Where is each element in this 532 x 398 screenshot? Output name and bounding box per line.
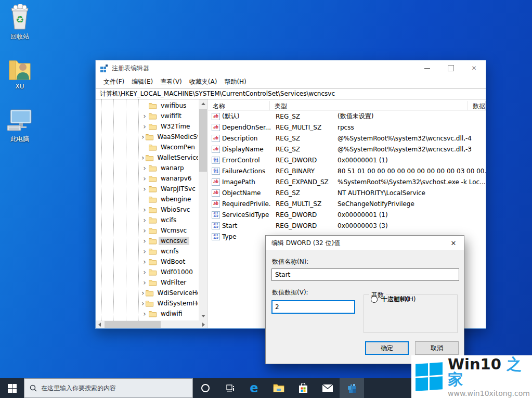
regedit-titlebar[interactable]: 注册表编辑器 <box>96 60 486 76</box>
mail-button[interactable] <box>315 378 340 398</box>
registry-value-row[interactable]: DependOnSer... REG_MULTI_SZ rpcss <box>208 122 486 133</box>
scrollbar-thumb[interactable] <box>105 321 161 328</box>
registry-value-row[interactable]: Start REG_DWORD 0x00000003 (3) <box>208 220 486 231</box>
tree-item[interactable]: vwifibus <box>96 100 198 111</box>
chevron-right-icon[interactable] <box>141 269 148 275</box>
edge-button[interactable]: e <box>242 378 266 398</box>
tree-item[interactable]: WbioSrvc <box>96 204 198 215</box>
tree-item[interactable]: WaaSMedicSvc <box>96 132 198 142</box>
chevron-right-icon[interactable] <box>141 259 148 265</box>
chevron-right-icon[interactable] <box>141 134 145 140</box>
tree-item[interactable]: wcncsvc <box>96 236 198 246</box>
registry-value-row[interactable]: FailureActions REG_BINARY 80 51 01 00 00… <box>208 165 486 176</box>
chevron-right-icon[interactable] <box>141 165 148 171</box>
store-button[interactable] <box>291 378 315 398</box>
tree-item[interactable]: wdiwifi <box>96 309 198 319</box>
file-explorer-button[interactable] <box>266 378 291 398</box>
menu-item[interactable]: 收藏夹(A) <box>186 76 221 88</box>
chevron-right-icon[interactable] <box>141 113 148 119</box>
tree-item[interactable]: W32Time <box>96 121 198 132</box>
menu-item[interactable]: 文件(F) <box>100 76 128 88</box>
value-name: ServiceSidType <box>222 211 269 219</box>
registry-value-row[interactable]: ObjectName REG_SZ NT AUTHORITY\LocalServ… <box>208 187 486 198</box>
tree-item[interactable]: WdFilter <box>96 277 198 288</box>
menu-item[interactable]: 编辑(E) <box>128 76 157 88</box>
tree-item[interactable]: vwififlt <box>96 111 198 121</box>
tree-item[interactable]: Wdf01000 <box>96 267 198 277</box>
chevron-right-icon[interactable] <box>141 290 145 296</box>
tree-item-label: wcncsvc <box>159 237 189 245</box>
scroll-down-icon[interactable] <box>199 312 207 320</box>
tree-item[interactable]: WdBoot <box>96 256 198 267</box>
desktop-icon-user-folder[interactable]: XU <box>0 55 40 90</box>
cortana-button[interactable] <box>193 378 217 398</box>
tree-vertical-scrollbar[interactable] <box>199 99 207 320</box>
chevron-right-icon[interactable] <box>141 155 145 161</box>
cancel-button[interactable]: 取消 <box>415 341 459 355</box>
menu-item[interactable]: 查看(V) <box>157 76 186 88</box>
maximize-button[interactable] <box>439 60 462 76</box>
tree-item[interactable]: wanarpv6 <box>96 173 198 184</box>
chevron-right-icon[interactable] <box>141 217 148 223</box>
scrollbar-thumb[interactable] <box>199 109 207 172</box>
registry-value-row[interactable]: RequiredPrivile... REG_MULTI_SZ SeChange… <box>208 198 486 209</box>
chevron-right-icon[interactable] <box>141 123 148 130</box>
folder-icon <box>149 165 157 172</box>
tree-item[interactable]: WacomPen <box>96 142 198 152</box>
value-type: REG_SZ <box>271 135 333 142</box>
chevron-right-icon[interactable] <box>141 279 148 286</box>
tree-item[interactable]: WdiSystemHost <box>96 298 198 309</box>
regedit-taskbar-button[interactable] <box>340 378 364 398</box>
ok-button[interactable]: 确定 <box>365 341 409 355</box>
tree-item[interactable]: wcifs <box>96 215 198 225</box>
chevron-right-icon[interactable] <box>141 227 148 234</box>
column-header[interactable]: 名称 <box>208 101 270 110</box>
scroll-left-icon[interactable] <box>96 320 103 328</box>
column-header[interactable]: 类型 <box>270 101 468 110</box>
tree-item[interactable]: WalletService <box>96 152 198 163</box>
task-view-icon <box>225 384 235 392</box>
chevron-right-icon[interactable] <box>141 248 148 254</box>
folder-icon <box>149 248 157 255</box>
chevron-right-icon[interactable] <box>141 175 148 182</box>
tree-item[interactable]: WarpJITSvc <box>96 184 198 194</box>
value-data-field[interactable] <box>271 300 355 314</box>
chevron-right-icon[interactable] <box>141 300 145 306</box>
registry-value-row[interactable]: (默认) REG_SZ (数值未设置) <box>208 111 486 122</box>
dialog-close-icon[interactable] <box>443 236 464 250</box>
chevron-right-icon[interactable] <box>141 238 148 244</box>
radio-option[interactable]: 十进制(D) <box>371 295 410 304</box>
registry-value-row[interactable]: ImagePath REG_EXPAND_SZ %SystemRoot%\Sys… <box>208 176 486 187</box>
address-bar[interactable]: 计算机\HKEY_LOCAL_MACHINE\SYSTEM\CurrentCon… <box>96 88 486 99</box>
tree-item[interactable]: wanarp <box>96 163 198 173</box>
start-button[interactable] <box>0 378 24 398</box>
close-button[interactable] <box>462 60 486 76</box>
chevron-right-icon[interactable] <box>141 207 148 213</box>
menu-item[interactable]: 帮助(H) <box>220 76 250 88</box>
desktop-icon-recycle-bin[interactable]: ♻ 回收站 <box>0 4 40 41</box>
column-header[interactable]: 数据 <box>468 101 486 110</box>
tree-item[interactable]: Wcmsvc <box>96 225 198 236</box>
scroll-right-icon[interactable] <box>200 320 207 328</box>
registry-value-row[interactable]: ServiceSidType REG_DWORD 0x00000001 (1) <box>208 209 486 220</box>
chevron-right-icon[interactable] <box>141 311 148 317</box>
value-data: NT AUTHORITY\LocalService <box>333 189 486 197</box>
taskbar-search[interactable] <box>24 378 193 398</box>
tree-horizontal-scrollbar[interactable] <box>96 320 207 328</box>
radio-icon[interactable] <box>371 296 378 303</box>
value-name-field[interactable] <box>271 268 459 281</box>
tree-item[interactable]: wbengine <box>96 194 198 204</box>
search-input[interactable] <box>41 384 176 392</box>
minimize-button[interactable] <box>416 60 439 76</box>
tree-item[interactable]: wcnfs <box>96 246 198 256</box>
registry-value-row[interactable]: DisplayName REG_SZ @%SystemRoot%\system3… <box>208 144 486 155</box>
dialog-titlebar[interactable]: 编辑 DWORD (32 位)值 <box>266 236 464 250</box>
value-data: 0x00000001 (1) <box>333 157 486 164</box>
task-view-button[interactable] <box>217 378 242 398</box>
desktop-icon-this-pc[interactable]: 此电脑 <box>0 107 40 144</box>
registry-value-row[interactable]: Description REG_SZ @%SystemRoot%\system3… <box>208 133 486 144</box>
registry-value-row[interactable]: ErrorControl REG_DWORD 0x00000001 (1) <box>208 155 486 165</box>
tree-item[interactable]: WdiServiceHost <box>96 288 198 298</box>
chevron-right-icon[interactable] <box>141 186 148 192</box>
scroll-up-icon[interactable] <box>199 99 207 108</box>
